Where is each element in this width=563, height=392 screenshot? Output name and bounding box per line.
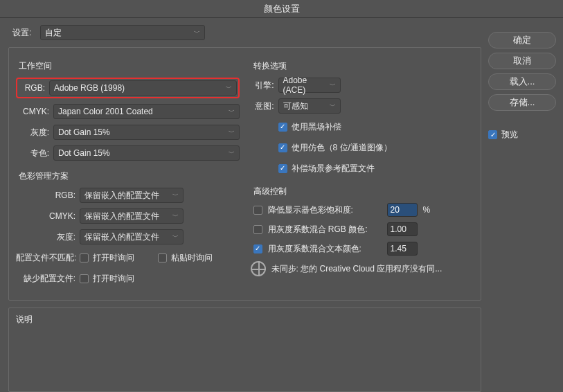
ws-rgb-label: RGB: <box>19 83 45 93</box>
chevron-down-icon: ﹀ <box>226 84 232 93</box>
desaturate-checkbox[interactable] <box>253 206 262 215</box>
chevron-down-icon: ﹀ <box>229 107 235 116</box>
blend-rgb-label: 用灰度系数混合 RGB 颜色: <box>268 224 382 235</box>
sync-status-icon <box>251 261 266 276</box>
pol-cmyk-select[interactable]: 保留嵌入的配置文件﹀ <box>80 208 184 224</box>
pol-rgb-select[interactable]: 保留嵌入的配置文件﹀ <box>80 188 184 203</box>
ws-spot-label: 专色: <box>16 148 49 159</box>
pol-missing-label: 缺少配置文件: <box>16 273 75 285</box>
chevron-down-icon: ﹀ <box>194 28 200 37</box>
chevron-down-icon: ﹀ <box>172 191 179 200</box>
engine-label: 引擎: <box>251 80 274 91</box>
desaturate-label: 降低显示器色彩饱和度: <box>268 204 382 216</box>
pol-gray-select[interactable]: 保留嵌入的配置文件﹀ <box>80 229 184 244</box>
chevron-down-icon: ﹀ <box>229 149 235 158</box>
dither-label: 使用仿色（8 位/通道图像） <box>292 142 392 154</box>
workspace-legend: 工作空间 <box>19 60 240 72</box>
save-button[interactable]: 存储... <box>488 94 556 111</box>
scene-label: 补偿场景参考配置文件 <box>292 163 375 175</box>
blend-text-field[interactable]: 1.45 <box>387 242 418 256</box>
pol-gray-label: 灰度: <box>16 231 75 243</box>
ws-gray-select[interactable]: Dot Gain 15%﹀ <box>53 125 240 140</box>
description-label: 说明 <box>16 314 33 324</box>
settings-label: 设置: <box>12 27 36 39</box>
load-button[interactable]: 载入... <box>488 73 556 90</box>
chevron-down-icon: ﹀ <box>330 102 336 111</box>
sync-status-text: 未同步: 您的 Creative Cloud 应用程序没有同... <box>271 263 443 275</box>
pol-mismatch-label: 配置文件不匹配: <box>16 252 75 264</box>
blend-text-label: 用灰度系数混合文本颜色: <box>268 243 382 255</box>
cancel-button[interactable]: 取消 <box>488 53 556 69</box>
ws-cmyk-label: CMYK: <box>16 107 49 116</box>
policies-legend: 色彩管理方案 <box>19 170 240 182</box>
chevron-down-icon: ﹀ <box>172 233 179 242</box>
workspace-conversion-group: 工作空间 RGB: Adobe RGB (1998)﹀ CMYK: Japan … <box>8 47 481 301</box>
convert-legend: 转换选项 <box>253 60 474 72</box>
intent-label: 意图: <box>251 100 274 112</box>
blackpoint-checkbox[interactable] <box>278 123 287 132</box>
desaturate-field[interactable]: 20 <box>387 203 418 217</box>
scene-checkbox[interactable] <box>278 164 287 173</box>
rgb-highlight: RGB: Adobe RGB (1998)﹀ <box>16 78 240 98</box>
description-box: 说明 <box>8 308 481 392</box>
chevron-down-icon: ﹀ <box>330 81 336 90</box>
desaturate-unit: % <box>423 205 431 215</box>
ws-rgb-select[interactable]: Adobe RGB (1998)﹀ <box>49 80 237 96</box>
ws-gray-label: 灰度: <box>16 127 49 139</box>
dither-checkbox[interactable] <box>278 143 287 152</box>
mismatch-paste-label: 粘贴时询问 <box>171 252 213 264</box>
mismatch-open-checkbox[interactable] <box>80 253 89 262</box>
mismatch-open-label: 打开时询问 <box>93 252 134 264</box>
pol-rgb-label: RGB: <box>16 190 75 200</box>
ws-cmyk-select[interactable]: Japan Color 2001 Coated﹀ <box>53 104 240 119</box>
preview-label: 预览 <box>501 129 518 141</box>
ws-spot-select[interactable]: Dot Gain 15%﹀ <box>53 145 240 161</box>
pol-cmyk-label: CMYK: <box>16 211 75 221</box>
chevron-down-icon: ﹀ <box>172 212 179 221</box>
blackpoint-label: 使用黑场补偿 <box>292 121 341 133</box>
blend-rgb-checkbox[interactable] <box>253 225 262 234</box>
missing-open-checkbox[interactable] <box>80 274 89 283</box>
blend-rgb-field[interactable]: 1.00 <box>387 222 418 236</box>
ok-button[interactable]: 确定 <box>488 32 556 48</box>
mismatch-paste-checkbox[interactable] <box>158 253 167 262</box>
chevron-down-icon: ﹀ <box>229 128 235 137</box>
blend-text-checkbox[interactable] <box>253 244 262 253</box>
dialog-title: 颜色设置 <box>0 0 563 18</box>
intent-select[interactable]: 可感知﹀ <box>278 98 341 114</box>
advanced-legend: 高级控制 <box>253 186 474 197</box>
missing-open-label: 打开时询问 <box>93 273 134 285</box>
engine-select[interactable]: Adobe (ACE)﹀ <box>278 78 341 93</box>
settings-select[interactable]: 自定﹀ <box>40 25 205 40</box>
preview-checkbox[interactable] <box>488 130 497 139</box>
